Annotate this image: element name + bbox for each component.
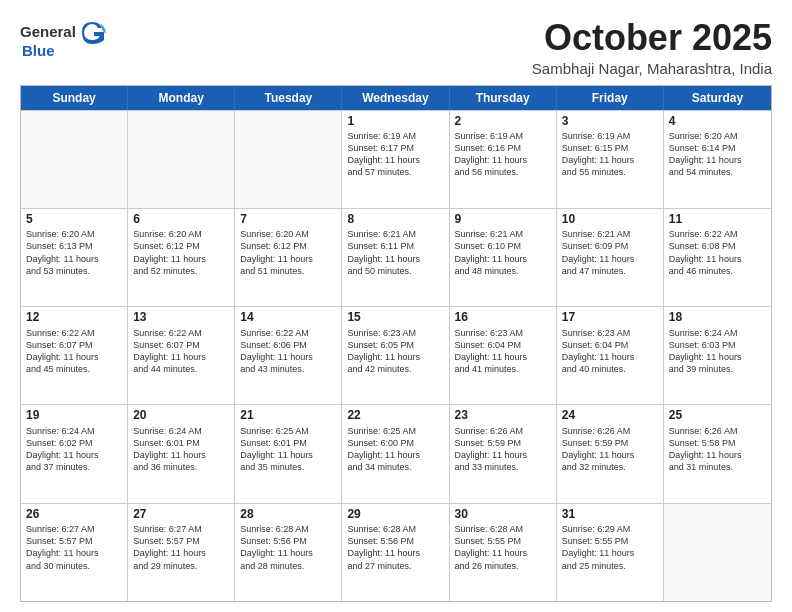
day-number: 10 bbox=[562, 212, 658, 226]
location-subtitle: Sambhaji Nagar, Maharashtra, India bbox=[532, 60, 772, 77]
table-row: 15Sunrise: 6:23 AM Sunset: 6:05 PM Dayli… bbox=[342, 307, 449, 404]
logo-blue-text: Blue bbox=[22, 42, 55, 60]
cell-info: Sunrise: 6:24 AM Sunset: 6:01 PM Dayligh… bbox=[133, 425, 229, 474]
cell-info: Sunrise: 6:22 AM Sunset: 6:08 PM Dayligh… bbox=[669, 228, 766, 277]
day-number: 9 bbox=[455, 212, 551, 226]
dow-friday: Friday bbox=[557, 86, 664, 110]
calendar: Sunday Monday Tuesday Wednesday Thursday… bbox=[20, 85, 772, 602]
table-row: 13Sunrise: 6:22 AM Sunset: 6:07 PM Dayli… bbox=[128, 307, 235, 404]
table-row bbox=[664, 504, 771, 601]
dow-monday: Monday bbox=[128, 86, 235, 110]
logo-general-text: General bbox=[20, 23, 76, 41]
table-row: 30Sunrise: 6:28 AM Sunset: 5:55 PM Dayli… bbox=[450, 504, 557, 601]
day-number: 25 bbox=[669, 408, 766, 422]
day-number: 20 bbox=[133, 408, 229, 422]
day-number: 29 bbox=[347, 507, 443, 521]
cell-info: Sunrise: 6:24 AM Sunset: 6:02 PM Dayligh… bbox=[26, 425, 122, 474]
cell-info: Sunrise: 6:28 AM Sunset: 5:56 PM Dayligh… bbox=[240, 523, 336, 572]
cell-info: Sunrise: 6:28 AM Sunset: 5:55 PM Dayligh… bbox=[455, 523, 551, 572]
day-number: 8 bbox=[347, 212, 443, 226]
day-number: 2 bbox=[455, 114, 551, 128]
cell-info: Sunrise: 6:19 AM Sunset: 6:17 PM Dayligh… bbox=[347, 130, 443, 179]
week-row-4: 19Sunrise: 6:24 AM Sunset: 6:02 PM Dayli… bbox=[21, 404, 771, 502]
week-row-3: 12Sunrise: 6:22 AM Sunset: 6:07 PM Dayli… bbox=[21, 306, 771, 404]
day-number: 18 bbox=[669, 310, 766, 324]
dow-saturday: Saturday bbox=[664, 86, 771, 110]
cell-info: Sunrise: 6:28 AM Sunset: 5:56 PM Dayligh… bbox=[347, 523, 443, 572]
logo-icon bbox=[78, 18, 106, 46]
table-row: 19Sunrise: 6:24 AM Sunset: 6:02 PM Dayli… bbox=[21, 405, 128, 502]
day-number: 5 bbox=[26, 212, 122, 226]
cell-info: Sunrise: 6:26 AM Sunset: 5:59 PM Dayligh… bbox=[562, 425, 658, 474]
table-row bbox=[128, 111, 235, 208]
day-number: 7 bbox=[240, 212, 336, 226]
day-number: 27 bbox=[133, 507, 229, 521]
cell-info: Sunrise: 6:19 AM Sunset: 6:16 PM Dayligh… bbox=[455, 130, 551, 179]
cell-info: Sunrise: 6:21 AM Sunset: 6:10 PM Dayligh… bbox=[455, 228, 551, 277]
day-number: 22 bbox=[347, 408, 443, 422]
table-row: 10Sunrise: 6:21 AM Sunset: 6:09 PM Dayli… bbox=[557, 209, 664, 306]
table-row: 18Sunrise: 6:24 AM Sunset: 6:03 PM Dayli… bbox=[664, 307, 771, 404]
day-number: 26 bbox=[26, 507, 122, 521]
table-row: 6Sunrise: 6:20 AM Sunset: 6:12 PM Daylig… bbox=[128, 209, 235, 306]
calendar-header: Sunday Monday Tuesday Wednesday Thursday… bbox=[21, 86, 771, 110]
week-row-5: 26Sunrise: 6:27 AM Sunset: 5:57 PM Dayli… bbox=[21, 503, 771, 601]
day-number: 12 bbox=[26, 310, 122, 324]
table-row: 4Sunrise: 6:20 AM Sunset: 6:14 PM Daylig… bbox=[664, 111, 771, 208]
table-row: 24Sunrise: 6:26 AM Sunset: 5:59 PM Dayli… bbox=[557, 405, 664, 502]
cell-info: Sunrise: 6:29 AM Sunset: 5:55 PM Dayligh… bbox=[562, 523, 658, 572]
cell-info: Sunrise: 6:22 AM Sunset: 6:06 PM Dayligh… bbox=[240, 327, 336, 376]
week-row-2: 5Sunrise: 6:20 AM Sunset: 6:13 PM Daylig… bbox=[21, 208, 771, 306]
table-row: 14Sunrise: 6:22 AM Sunset: 6:06 PM Dayli… bbox=[235, 307, 342, 404]
table-row: 17Sunrise: 6:23 AM Sunset: 6:04 PM Dayli… bbox=[557, 307, 664, 404]
cell-info: Sunrise: 6:20 AM Sunset: 6:14 PM Dayligh… bbox=[669, 130, 766, 179]
cell-info: Sunrise: 6:25 AM Sunset: 6:01 PM Dayligh… bbox=[240, 425, 336, 474]
day-number: 15 bbox=[347, 310, 443, 324]
table-row: 23Sunrise: 6:26 AM Sunset: 5:59 PM Dayli… bbox=[450, 405, 557, 502]
month-title: October 2025 bbox=[532, 18, 772, 58]
cell-info: Sunrise: 6:26 AM Sunset: 5:58 PM Dayligh… bbox=[669, 425, 766, 474]
cell-info: Sunrise: 6:26 AM Sunset: 5:59 PM Dayligh… bbox=[455, 425, 551, 474]
table-row: 7Sunrise: 6:20 AM Sunset: 6:12 PM Daylig… bbox=[235, 209, 342, 306]
table-row: 26Sunrise: 6:27 AM Sunset: 5:57 PM Dayli… bbox=[21, 504, 128, 601]
table-row: 3Sunrise: 6:19 AM Sunset: 6:15 PM Daylig… bbox=[557, 111, 664, 208]
day-number: 23 bbox=[455, 408, 551, 422]
cell-info: Sunrise: 6:27 AM Sunset: 5:57 PM Dayligh… bbox=[26, 523, 122, 572]
header: General Blue October 2025 Sambhaji Nagar… bbox=[20, 18, 772, 77]
table-row: 5Sunrise: 6:20 AM Sunset: 6:13 PM Daylig… bbox=[21, 209, 128, 306]
table-row: 25Sunrise: 6:26 AM Sunset: 5:58 PM Dayli… bbox=[664, 405, 771, 502]
dow-sunday: Sunday bbox=[21, 86, 128, 110]
calendar-page: General Blue October 2025 Sambhaji Nagar… bbox=[0, 0, 792, 612]
table-row: 12Sunrise: 6:22 AM Sunset: 6:07 PM Dayli… bbox=[21, 307, 128, 404]
title-block: October 2025 Sambhaji Nagar, Maharashtra… bbox=[532, 18, 772, 77]
table-row: 20Sunrise: 6:24 AM Sunset: 6:01 PM Dayli… bbox=[128, 405, 235, 502]
cell-info: Sunrise: 6:23 AM Sunset: 6:05 PM Dayligh… bbox=[347, 327, 443, 376]
dow-thursday: Thursday bbox=[450, 86, 557, 110]
day-number: 13 bbox=[133, 310, 229, 324]
table-row: 31Sunrise: 6:29 AM Sunset: 5:55 PM Dayli… bbox=[557, 504, 664, 601]
day-number: 14 bbox=[240, 310, 336, 324]
day-number: 17 bbox=[562, 310, 658, 324]
day-number: 21 bbox=[240, 408, 336, 422]
table-row: 21Sunrise: 6:25 AM Sunset: 6:01 PM Dayli… bbox=[235, 405, 342, 502]
table-row: 2Sunrise: 6:19 AM Sunset: 6:16 PM Daylig… bbox=[450, 111, 557, 208]
day-number: 3 bbox=[562, 114, 658, 128]
cell-info: Sunrise: 6:23 AM Sunset: 6:04 PM Dayligh… bbox=[455, 327, 551, 376]
cell-info: Sunrise: 6:23 AM Sunset: 6:04 PM Dayligh… bbox=[562, 327, 658, 376]
cell-info: Sunrise: 6:25 AM Sunset: 6:00 PM Dayligh… bbox=[347, 425, 443, 474]
dow-wednesday: Wednesday bbox=[342, 86, 449, 110]
table-row: 28Sunrise: 6:28 AM Sunset: 5:56 PM Dayli… bbox=[235, 504, 342, 601]
table-row bbox=[21, 111, 128, 208]
table-row: 1Sunrise: 6:19 AM Sunset: 6:17 PM Daylig… bbox=[342, 111, 449, 208]
cell-info: Sunrise: 6:27 AM Sunset: 5:57 PM Dayligh… bbox=[133, 523, 229, 572]
cell-info: Sunrise: 6:24 AM Sunset: 6:03 PM Dayligh… bbox=[669, 327, 766, 376]
day-number: 16 bbox=[455, 310, 551, 324]
day-number: 24 bbox=[562, 408, 658, 422]
day-number: 28 bbox=[240, 507, 336, 521]
week-row-1: 1Sunrise: 6:19 AM Sunset: 6:17 PM Daylig… bbox=[21, 110, 771, 208]
cell-info: Sunrise: 6:20 AM Sunset: 6:12 PM Dayligh… bbox=[133, 228, 229, 277]
table-row: 16Sunrise: 6:23 AM Sunset: 6:04 PM Dayli… bbox=[450, 307, 557, 404]
day-number: 31 bbox=[562, 507, 658, 521]
day-number: 4 bbox=[669, 114, 766, 128]
calendar-body: 1Sunrise: 6:19 AM Sunset: 6:17 PM Daylig… bbox=[21, 110, 771, 601]
